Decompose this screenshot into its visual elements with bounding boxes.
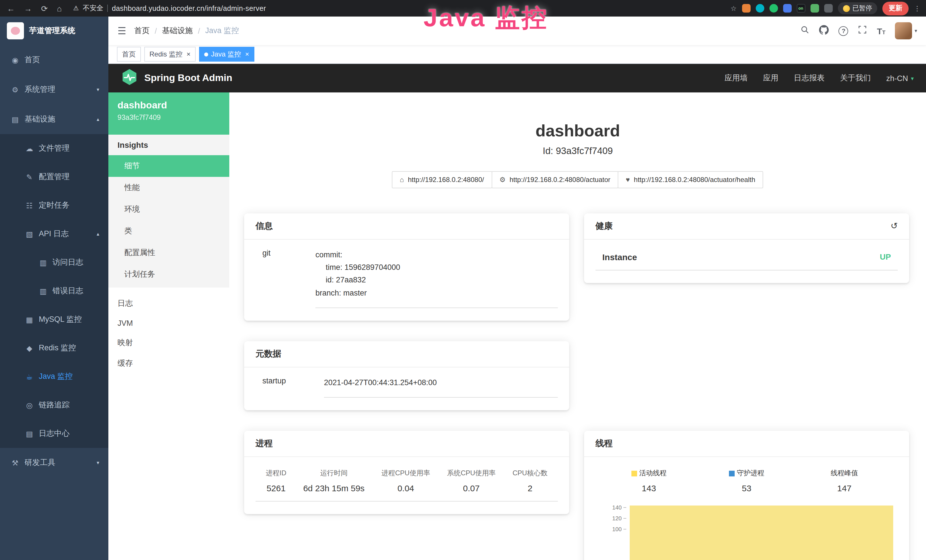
app-logo-row[interactable]: 芋道管理系统	[0, 17, 108, 45]
sidebar-item-mysql-monitor[interactable]: ▦ MySQL 监控	[0, 305, 108, 334]
forward-icon[interactable]: →	[24, 4, 32, 13]
back-icon[interactable]: ←	[7, 4, 15, 13]
sba-item-jvm[interactable]: JVM	[108, 314, 229, 333]
sba-item-logs[interactable]: 日志	[108, 293, 229, 314]
sidebar-item-devtools[interactable]: ⚒ 研发工具 ▾	[0, 448, 108, 478]
card-title: 元数据	[256, 349, 281, 359]
actuator-url-button[interactable]: ⚙ http://192.168.0.2:48080/actuator	[492, 171, 618, 188]
sidebar-item-access-logs[interactable]: ▥ 访问日志	[0, 248, 108, 277]
process-card-header: 进程	[244, 431, 569, 457]
sba-locale-select[interactable]: zh-CN ▾	[886, 74, 914, 82]
sidebar-item-file-manage[interactable]: ☁ 文件管理	[0, 134, 108, 163]
sidebar-item-redis-monitor[interactable]: ◆ Redis 监控	[0, 334, 108, 362]
sba-item-config-props[interactable]: 配置属性	[108, 242, 229, 263]
pig-snout	[11, 27, 20, 35]
legend-square-blue	[729, 471, 735, 476]
sidebar-item-label: API 日志	[39, 229, 69, 239]
browser-home-icon[interactable]: ⌂	[57, 4, 62, 13]
trace-icon: ◎	[25, 401, 34, 409]
tab-redis-monitor[interactable]: Redis 监控 ×	[144, 47, 196, 62]
user-menu[interactable]: ▾	[895, 22, 917, 39]
sidebar-item-system[interactable]: ⚙ 系统管理 ▾	[0, 75, 108, 104]
sba-item-mappings[interactable]: 映射	[108, 333, 229, 353]
sba-nav-journal[interactable]: 日志报表	[794, 73, 825, 83]
extension-proxy-icon[interactable]: on	[796, 4, 805, 12]
address-bar[interactable]: ⚠ 不安全 dashboard.yudao.iocoder.cn/infra/a…	[73, 3, 266, 13]
breadcrumb-infra[interactable]: 基础设施	[162, 26, 193, 36]
bookmark-star-icon[interactable]: ☆	[730, 4, 737, 12]
history-icon[interactable]: ↺	[891, 221, 898, 232]
sba-item-caches[interactable]: 缓存	[108, 353, 229, 374]
tab-label: Redis 监控	[150, 49, 183, 59]
extension-icon-1[interactable]	[742, 4, 750, 12]
sidebar-item-label: Java 监控	[39, 371, 73, 382]
extensions-puzzle-icon[interactable]	[824, 4, 832, 12]
threads-card: 线程 活动线程 1	[584, 431, 909, 560]
url-text[interactable]: dashboard.yudao.iocoder.cn/infra/admin-s…	[112, 4, 266, 12]
sidebar-toggle-icon[interactable]: ☰	[118, 25, 126, 37]
sidebar-item-infra[interactable]: ▤ 基础设施 ▴	[0, 104, 108, 134]
extension-icon-4[interactable]	[783, 4, 791, 12]
card-title: 线程	[595, 438, 613, 449]
sba-nav-applications[interactable]: 应用	[763, 73, 778, 83]
sidebar-item-trace[interactable]: ◎ 链路追踪	[0, 391, 108, 419]
sba-nav-wallboard[interactable]: 应用墙	[724, 73, 747, 83]
breadcrumb-home[interactable]: 首页	[134, 26, 150, 36]
sba-item-classes[interactable]: 类	[108, 220, 229, 242]
health-url-button[interactable]: ♥ http://192.168.0.2:48080/actuator/heal…	[618, 171, 763, 188]
font-size-small: T	[882, 30, 885, 35]
security-label[interactable]: 不安全	[83, 3, 103, 13]
extension-icon-2[interactable]	[755, 4, 764, 12]
sba-item-environment[interactable]: 环境	[108, 198, 229, 220]
card-title: 信息	[256, 221, 272, 232]
paused-badge[interactable]: 已暂停	[838, 2, 877, 14]
sba-nav-about[interactable]: 关于我们	[840, 73, 871, 83]
admin-menu: ◉ 首页 ⚙ 系统管理 ▾ ▤ 基础设施 ▴ ☁ 文件管理	[0, 45, 108, 478]
service-url-button[interactable]: ⌂ http://192.168.0.2:48080/	[392, 171, 492, 188]
close-icon[interactable]: ×	[245, 50, 249, 58]
sba-brand[interactable]: Spring Boot Admin	[144, 73, 232, 84]
sidebar-item-label: 访问日志	[53, 257, 83, 268]
fullscreen-icon[interactable]	[858, 25, 867, 36]
metadata-card-header: 元数据	[244, 341, 569, 368]
link-label: http://192.168.0.2:48080/	[408, 176, 484, 184]
sidebar-item-api-logs[interactable]: ▧ API 日志 ▴	[0, 219, 108, 248]
app-logo	[7, 22, 24, 39]
sidebar-item-java-monitor[interactable]: ☕ Java 监控	[0, 362, 108, 391]
card-title: 进程	[256, 438, 272, 449]
legend-square-yellow	[631, 471, 637, 476]
git-branch-line: branch: master	[315, 287, 558, 300]
y-tick: 120	[612, 515, 622, 522]
wrench-icon: ⚙	[499, 176, 505, 184]
instance-header[interactable]: dashboard 93a3fc7f7409	[108, 92, 229, 135]
tab-java-monitor[interactable]: Java 监控 ×	[199, 47, 254, 62]
chevron-down-icon: ▾	[97, 87, 99, 92]
sidebar-item-config-manage[interactable]: ✎ 配置管理	[0, 163, 108, 191]
reload-icon[interactable]: ⟳	[41, 4, 48, 13]
avatar[interactable]	[895, 22, 912, 39]
sidebar-item-log-center[interactable]: ▤ 日志中心	[0, 419, 108, 448]
sidebar-item-error-logs[interactable]: ▥ 错误日志	[0, 277, 108, 305]
y-tick: 100	[612, 526, 622, 532]
extension-icon-3[interactable]	[769, 4, 778, 12]
sba-item-scheduled-tasks[interactable]: 计划任务	[108, 263, 229, 285]
close-icon[interactable]: ×	[186, 50, 191, 58]
browser-menu-icon[interactable]: ⋮	[914, 4, 921, 12]
sidebar-item-scheduled-jobs[interactable]: ☷ 定时任务	[0, 191, 108, 219]
heartbeat-icon: ♥	[626, 176, 630, 184]
search-icon[interactable]	[800, 25, 809, 36]
github-icon[interactable]	[819, 25, 829, 37]
metadata-card: 元数据 startup 2021-04-27T00:44:31.254+08:0…	[244, 341, 569, 410]
extension-icon-6[interactable]	[810, 4, 819, 12]
help-icon[interactable]: ?	[839, 26, 849, 36]
tags-bar: 首页 Redis 监控 × Java 监控 ×	[108, 45, 926, 64]
sba-item-metrics[interactable]: 性能	[108, 177, 229, 198]
tab-home[interactable]: 首页	[117, 47, 141, 62]
sba-item-details[interactable]: 细节	[108, 155, 229, 177]
font-size-icon[interactable]: T T	[877, 27, 885, 35]
instance-name: dashboard	[118, 100, 220, 111]
chart-area-live-threads	[630, 506, 893, 560]
sidebar-item-home[interactable]: ◉ 首页	[0, 45, 108, 75]
update-button[interactable]: 更新	[882, 2, 909, 15]
api-log-icon: ▧	[25, 230, 34, 238]
